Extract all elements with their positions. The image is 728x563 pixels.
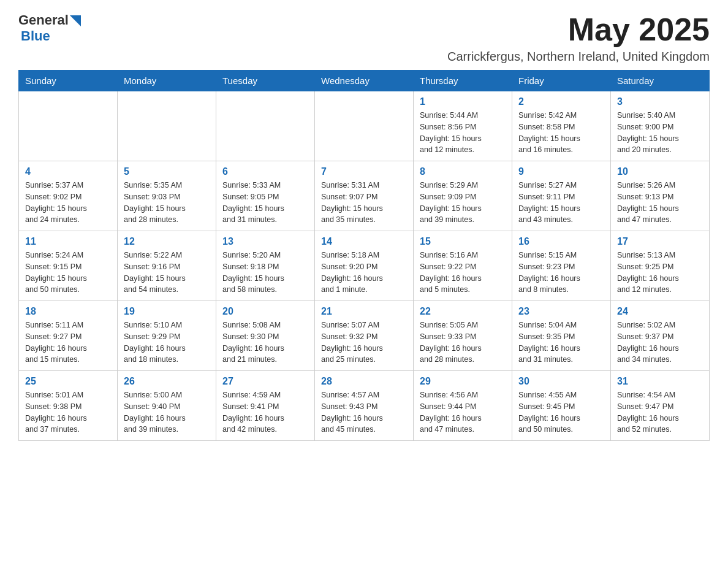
calendar-day-cell: 3Sunrise: 5:40 AM Sunset: 9:00 PM Daylig… [611, 91, 710, 161]
day-number: 8 [420, 166, 506, 177]
day-number: 22 [420, 306, 506, 317]
day-number: 10 [617, 166, 703, 177]
day-number: 14 [321, 236, 407, 247]
day-info: Sunrise: 5:27 AM Sunset: 9:11 PM Dayligh… [518, 180, 604, 226]
calendar-day-cell: 4Sunrise: 5:37 AM Sunset: 9:02 PM Daylig… [19, 161, 118, 231]
day-number: 16 [518, 236, 604, 247]
calendar-day-cell: 14Sunrise: 5:18 AM Sunset: 9:20 PM Dayli… [315, 231, 414, 301]
day-info: Sunrise: 5:20 AM Sunset: 9:18 PM Dayligh… [222, 250, 308, 296]
day-info: Sunrise: 5:42 AM Sunset: 8:58 PM Dayligh… [518, 110, 604, 156]
day-info: Sunrise: 5:44 AM Sunset: 8:56 PM Dayligh… [420, 110, 506, 156]
day-info: Sunrise: 5:04 AM Sunset: 9:35 PM Dayligh… [518, 320, 604, 366]
day-number: 27 [222, 376, 308, 387]
day-info: Sunrise: 5:13 AM Sunset: 9:25 PM Dayligh… [617, 250, 703, 296]
day-of-week-header: Monday [118, 71, 216, 91]
day-info: Sunrise: 4:55 AM Sunset: 9:45 PM Dayligh… [518, 389, 604, 435]
day-number: 3 [617, 96, 703, 107]
day-info: Sunrise: 5:35 AM Sunset: 9:03 PM Dayligh… [124, 180, 210, 226]
calendar-day-cell: 26Sunrise: 5:00 AM Sunset: 9:40 PM Dayli… [118, 371, 216, 441]
day-of-week-header: Saturday [611, 71, 710, 91]
day-number: 29 [420, 376, 506, 387]
calendar-day-cell [216, 91, 315, 161]
day-of-week-header: Sunday [19, 71, 118, 91]
day-info: Sunrise: 5:24 AM Sunset: 9:15 PM Dayligh… [25, 250, 111, 296]
day-number: 19 [124, 306, 210, 317]
day-info: Sunrise: 5:05 AM Sunset: 9:33 PM Dayligh… [420, 320, 506, 366]
page-header: General Blue May 2025 Carrickfergus, Nor… [18, 12, 710, 64]
day-info: Sunrise: 5:11 AM Sunset: 9:27 PM Dayligh… [25, 320, 111, 366]
day-number: 17 [617, 236, 703, 247]
day-info: Sunrise: 5:01 AM Sunset: 9:38 PM Dayligh… [25, 389, 111, 435]
calendar-day-cell [19, 91, 118, 161]
day-number: 5 [124, 166, 210, 177]
day-number: 11 [25, 236, 111, 247]
day-number: 1 [420, 96, 506, 107]
day-info: Sunrise: 5:08 AM Sunset: 9:30 PM Dayligh… [222, 320, 308, 366]
calendar-header-row: SundayMondayTuesdayWednesdayThursdayFrid… [19, 71, 710, 91]
day-number: 24 [617, 306, 703, 317]
day-number: 26 [124, 376, 210, 387]
day-number: 23 [518, 306, 604, 317]
day-info: Sunrise: 5:31 AM Sunset: 9:07 PM Dayligh… [321, 180, 407, 226]
calendar-week-row: 11Sunrise: 5:24 AM Sunset: 9:15 PM Dayli… [19, 231, 710, 301]
calendar-day-cell: 12Sunrise: 5:22 AM Sunset: 9:16 PM Dayli… [118, 231, 216, 301]
calendar-day-cell: 9Sunrise: 5:27 AM Sunset: 9:11 PM Daylig… [512, 161, 611, 231]
calendar-day-cell: 13Sunrise: 5:20 AM Sunset: 9:18 PM Dayli… [216, 231, 315, 301]
calendar-day-cell: 5Sunrise: 5:35 AM Sunset: 9:03 PM Daylig… [118, 161, 216, 231]
calendar-day-cell: 6Sunrise: 5:33 AM Sunset: 9:05 PM Daylig… [216, 161, 315, 231]
day-info: Sunrise: 4:57 AM Sunset: 9:43 PM Dayligh… [321, 389, 407, 435]
svg-marker-0 [70, 15, 81, 26]
calendar-day-cell: 30Sunrise: 4:55 AM Sunset: 9:45 PM Dayli… [512, 371, 611, 441]
day-number: 9 [518, 166, 604, 177]
calendar-day-cell: 2Sunrise: 5:42 AM Sunset: 8:58 PM Daylig… [512, 91, 611, 161]
calendar-day-cell: 28Sunrise: 4:57 AM Sunset: 9:43 PM Dayli… [315, 371, 414, 441]
day-number: 28 [321, 376, 407, 387]
day-number: 4 [25, 166, 111, 177]
day-number: 25 [25, 376, 111, 387]
calendar-day-cell: 27Sunrise: 4:59 AM Sunset: 9:41 PM Dayli… [216, 371, 315, 441]
logo-general-text: General [18, 12, 69, 28]
day-number: 2 [518, 96, 604, 107]
calendar-day-cell: 15Sunrise: 5:16 AM Sunset: 9:22 PM Dayli… [414, 231, 512, 301]
day-of-week-header: Tuesday [216, 71, 315, 91]
day-of-week-header: Friday [512, 71, 611, 91]
calendar-day-cell: 11Sunrise: 5:24 AM Sunset: 9:15 PM Dayli… [19, 231, 118, 301]
day-info: Sunrise: 5:10 AM Sunset: 9:29 PM Dayligh… [124, 320, 210, 366]
calendar-day-cell: 10Sunrise: 5:26 AM Sunset: 9:13 PM Dayli… [611, 161, 710, 231]
logo-triangle-icon [70, 15, 81, 26]
month-title: May 2025 [447, 12, 710, 47]
day-info: Sunrise: 5:02 AM Sunset: 9:37 PM Dayligh… [617, 320, 703, 366]
day-info: Sunrise: 5:37 AM Sunset: 9:02 PM Dayligh… [25, 180, 111, 226]
day-number: 18 [25, 306, 111, 317]
day-info: Sunrise: 4:56 AM Sunset: 9:44 PM Dayligh… [420, 389, 506, 435]
day-of-week-header: Wednesday [315, 71, 414, 91]
day-info: Sunrise: 5:16 AM Sunset: 9:22 PM Dayligh… [420, 250, 506, 296]
day-info: Sunrise: 5:33 AM Sunset: 9:05 PM Dayligh… [222, 180, 308, 226]
calendar-day-cell: 29Sunrise: 4:56 AM Sunset: 9:44 PM Dayli… [414, 371, 512, 441]
day-number: 20 [222, 306, 308, 317]
title-area: May 2025 Carrickfergus, Northern Ireland… [447, 12, 710, 64]
calendar-day-cell: 23Sunrise: 5:04 AM Sunset: 9:35 PM Dayli… [512, 301, 611, 371]
calendar-day-cell: 17Sunrise: 5:13 AM Sunset: 9:25 PM Dayli… [611, 231, 710, 301]
calendar-week-row: 4Sunrise: 5:37 AM Sunset: 9:02 PM Daylig… [19, 161, 710, 231]
calendar-day-cell [118, 91, 216, 161]
calendar-day-cell: 18Sunrise: 5:11 AM Sunset: 9:27 PM Dayli… [19, 301, 118, 371]
calendar-day-cell: 19Sunrise: 5:10 AM Sunset: 9:29 PM Dayli… [118, 301, 216, 371]
logo-blue-text: Blue [18, 28, 50, 44]
calendar-day-cell: 7Sunrise: 5:31 AM Sunset: 9:07 PM Daylig… [315, 161, 414, 231]
location-title: Carrickfergus, Northern Ireland, United … [447, 50, 710, 64]
calendar-day-cell: 25Sunrise: 5:01 AM Sunset: 9:38 PM Dayli… [19, 371, 118, 441]
day-info: Sunrise: 4:59 AM Sunset: 9:41 PM Dayligh… [222, 389, 308, 435]
day-info: Sunrise: 5:18 AM Sunset: 9:20 PM Dayligh… [321, 250, 407, 296]
day-info: Sunrise: 5:26 AM Sunset: 9:13 PM Dayligh… [617, 180, 703, 226]
calendar-week-row: 18Sunrise: 5:11 AM Sunset: 9:27 PM Dayli… [19, 301, 710, 371]
calendar-day-cell: 16Sunrise: 5:15 AM Sunset: 9:23 PM Dayli… [512, 231, 611, 301]
calendar-table: SundayMondayTuesdayWednesdayThursdayFrid… [18, 70, 710, 441]
day-number: 30 [518, 376, 604, 387]
logo: General Blue [18, 12, 81, 44]
day-number: 6 [222, 166, 308, 177]
day-number: 13 [222, 236, 308, 247]
day-info: Sunrise: 5:22 AM Sunset: 9:16 PM Dayligh… [124, 250, 210, 296]
day-info: Sunrise: 5:29 AM Sunset: 9:09 PM Dayligh… [420, 180, 506, 226]
day-number: 15 [420, 236, 506, 247]
